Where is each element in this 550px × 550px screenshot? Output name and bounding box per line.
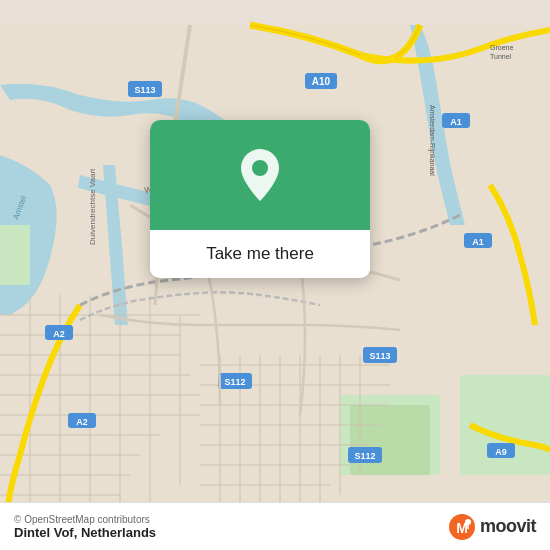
take-me-there-button[interactable]: Take me there bbox=[150, 230, 370, 278]
svg-text:S113: S113 bbox=[369, 351, 390, 361]
popup-green-header bbox=[150, 120, 370, 230]
map-container: A10 A1 A1 A2 A2 A9 S113 S113 S112 S112 W… bbox=[0, 0, 550, 550]
svg-text:Groene: Groene bbox=[490, 44, 513, 51]
moovit-logo: M moovit bbox=[448, 513, 536, 541]
moovit-text: moovit bbox=[480, 516, 536, 537]
location-pin-icon bbox=[236, 147, 284, 203]
location-name: Dintel Vof, Netherlands bbox=[14, 525, 156, 540]
svg-rect-3 bbox=[0, 225, 30, 285]
bottom-bar: © OpenStreetMap contributors Dintel Vof,… bbox=[0, 502, 550, 550]
location-info: © OpenStreetMap contributors Dintel Vof,… bbox=[14, 514, 156, 540]
svg-text:A2: A2 bbox=[53, 329, 65, 339]
svg-text:Duivendrechtse Vaart: Duivendrechtse Vaart bbox=[88, 168, 97, 245]
svg-text:S112: S112 bbox=[224, 377, 245, 387]
svg-text:A1: A1 bbox=[472, 237, 484, 247]
moovit-brand-icon: M bbox=[448, 513, 476, 541]
svg-text:S113: S113 bbox=[134, 85, 155, 95]
svg-text:Amsterdam-Rijnkanaal: Amsterdam-Rijnkanaal bbox=[428, 105, 436, 176]
svg-point-66 bbox=[252, 160, 268, 176]
svg-text:A1: A1 bbox=[450, 117, 462, 127]
svg-text:S112: S112 bbox=[354, 451, 375, 461]
svg-rect-4 bbox=[350, 405, 430, 475]
svg-text:Tunnel: Tunnel bbox=[490, 53, 512, 60]
osm-credit: © OpenStreetMap contributors bbox=[14, 514, 156, 525]
svg-point-69 bbox=[465, 519, 471, 525]
svg-text:A2: A2 bbox=[76, 417, 88, 427]
location-popup: Take me there bbox=[150, 120, 370, 278]
svg-text:A9: A9 bbox=[495, 447, 507, 457]
svg-text:A10: A10 bbox=[312, 76, 331, 87]
